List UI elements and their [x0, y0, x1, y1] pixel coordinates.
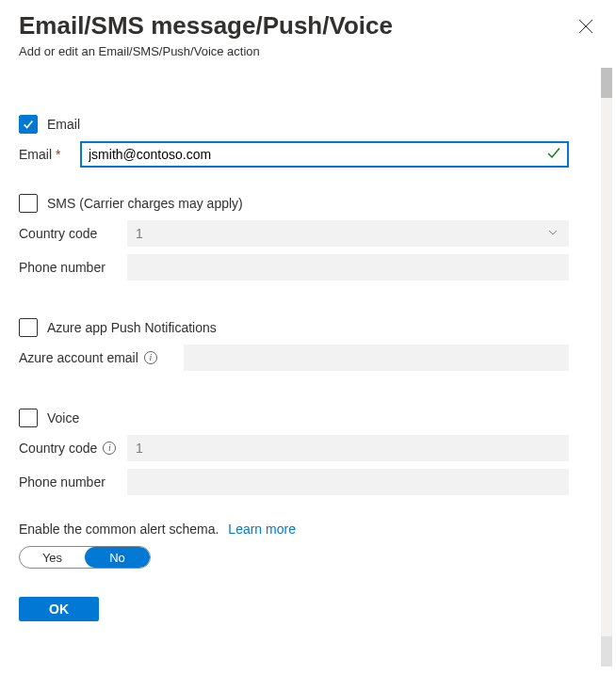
- voice-checkbox[interactable]: [19, 409, 38, 427]
- required-indicator: *: [56, 147, 60, 162]
- push-field-control: [184, 345, 569, 371]
- email-field-control: [80, 141, 569, 168]
- info-icon[interactable]: i: [144, 351, 157, 364]
- push-field-label-wrap: Azure account email i: [19, 350, 184, 365]
- email-checkbox[interactable]: [19, 115, 38, 134]
- email-section: Email Email *: [19, 115, 569, 168]
- voice-country-row: Country code i: [19, 435, 569, 461]
- push-section: Azure app Push Notifications Azure accou…: [19, 318, 569, 371]
- panel-title: Email/SMS message/Push/Voice: [19, 11, 393, 40]
- email-field-label-wrap: Email *: [19, 147, 80, 162]
- sms-country-value: 1: [136, 226, 143, 241]
- voice-checkbox-row: Voice: [19, 409, 569, 427]
- voice-phone-label: Phone number: [19, 474, 127, 489]
- vertical-scrollbar[interactable]: [601, 68, 612, 666]
- sms-phone-label: Phone number: [19, 260, 127, 275]
- voice-country-label: Country code: [19, 441, 97, 456]
- email-checkbox-label: Email: [47, 117, 80, 132]
- voice-phone-control: [127, 469, 569, 495]
- scrollbar-thumb[interactable]: [601, 68, 612, 98]
- valid-check-icon: [546, 146, 561, 164]
- email-field-row: Email *: [19, 141, 569, 168]
- push-checkbox-row: Azure app Push Notifications: [19, 318, 569, 337]
- push-field-row: Azure account email i: [19, 345, 569, 371]
- schema-toggle-no[interactable]: No: [85, 547, 150, 568]
- sms-section: SMS (Carrier charges may apply) Country …: [19, 194, 569, 281]
- voice-country-label-wrap: Country code i: [19, 441, 127, 456]
- schema-toggle-yes[interactable]: Yes: [20, 547, 85, 568]
- sms-country-control: 1: [127, 220, 569, 247]
- sms-country-select[interactable]: 1: [127, 220, 569, 247]
- schema-row: Enable the common alert schema. Learn mo…: [19, 522, 569, 537]
- action-panel: Email/SMS message/Push/Voice Add or edit…: [0, 0, 616, 674]
- email-checkbox-row: Email: [19, 115, 569, 134]
- push-checkbox[interactable]: [19, 318, 38, 337]
- sms-country-row: Country code 1: [19, 220, 569, 247]
- voice-phone-input[interactable]: [127, 469, 569, 495]
- email-field-label: Email: [19, 147, 52, 162]
- push-email-input[interactable]: [184, 345, 569, 371]
- voice-phone-row: Phone number: [19, 469, 569, 495]
- schema-text: Enable the common alert schema.: [19, 522, 219, 537]
- scrollbar-thumb[interactable]: [601, 636, 612, 666]
- voice-checkbox-label: Voice: [47, 410, 79, 425]
- learn-more-link[interactable]: Learn more: [228, 522, 296, 537]
- ok-button[interactable]: OK: [19, 597, 99, 621]
- close-icon[interactable]: [578, 19, 593, 34]
- info-icon[interactable]: i: [103, 441, 116, 455]
- push-field-label: Azure account email: [19, 350, 138, 365]
- chevron-down-icon: [547, 226, 559, 241]
- sms-phone-row: Phone number: [19, 254, 569, 281]
- panel-subtitle: Add or edit an Email/SMS/Push/Voice acti…: [19, 44, 393, 58]
- voice-section: Voice Country code i Phone number: [19, 409, 569, 495]
- sms-phone-control: [127, 254, 569, 281]
- sms-country-label: Country code: [19, 226, 127, 241]
- sms-checkbox-row: SMS (Carrier charges may apply): [19, 194, 569, 213]
- panel-header: Email/SMS message/Push/Voice Add or edit…: [19, 11, 597, 87]
- panel-content: Email Email * SMS: [19, 87, 597, 621]
- push-checkbox-label: Azure app Push Notifications: [47, 320, 217, 335]
- schema-toggle: Yes No: [19, 546, 151, 569]
- email-input[interactable]: [80, 141, 569, 168]
- voice-country-control: [127, 435, 569, 461]
- sms-checkbox[interactable]: [19, 194, 38, 213]
- voice-country-input[interactable]: [127, 435, 569, 461]
- sms-phone-input[interactable]: [127, 254, 569, 281]
- sms-checkbox-label: SMS (Carrier charges may apply): [47, 196, 243, 211]
